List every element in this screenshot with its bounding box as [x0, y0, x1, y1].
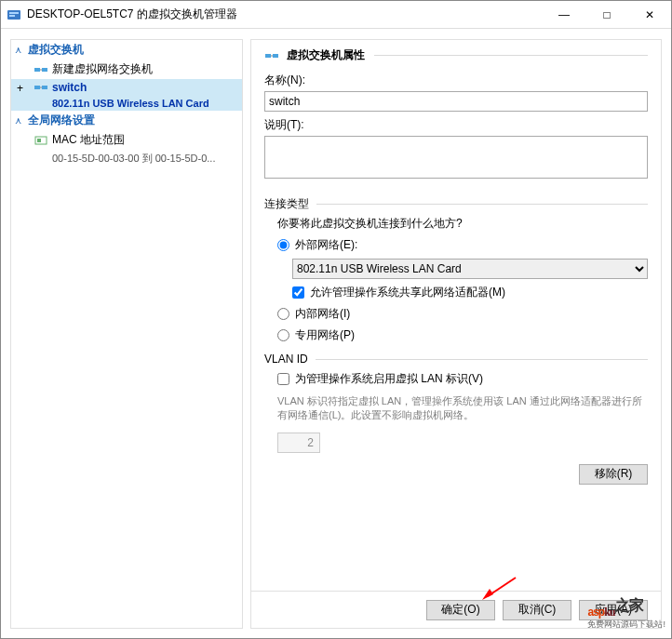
- name-label: 名称(N):: [264, 73, 648, 88]
- radio-external-input[interactable]: [277, 239, 289, 251]
- connection-type-group: 连接类型: [264, 196, 648, 212]
- radio-label: 专用网络(P): [295, 327, 355, 343]
- collapse-icon: ⋏: [15, 115, 24, 126]
- properties-pane: 虚拟交换机属性 名称(N): 说明(T): 连接类型 你要将此虚拟交换机连接到什…: [250, 39, 662, 629]
- cancel-button[interactable]: 取消(C): [503, 600, 571, 620]
- ok-button[interactable]: 确定(O): [426, 600, 495, 620]
- description-label: 说明(T):: [264, 117, 648, 133]
- svg-rect-2: [9, 15, 15, 17]
- expander-icon[interactable]: +: [17, 82, 23, 95]
- tree-item-label: 00-15-5D-00-03-00 到 00-15-5D-0...: [52, 152, 215, 166]
- radio-internal-input[interactable]: [277, 308, 289, 320]
- switch-name-input[interactable]: [264, 91, 648, 112]
- tree-item-label: switch: [52, 81, 87, 94]
- dialog-button-bar: 确定(O) 取消(C) 应用(A): [251, 591, 661, 628]
- tree-item-label: MAC 地址范围: [52, 132, 125, 148]
- tree-item-switch[interactable]: switch: [11, 79, 242, 96]
- properties-title: 虚拟交换机属性: [287, 47, 365, 63]
- maximize-button[interactable]: □: [585, 1, 628, 29]
- svg-rect-3: [34, 68, 40, 72]
- tree-item-label: 新建虚拟网络交换机: [52, 61, 153, 77]
- section-label: 全局网络设置: [28, 113, 95, 128]
- switch-icon: [34, 64, 48, 75]
- switch-icon: [34, 82, 48, 93]
- radio-label: 外部网络(E):: [295, 237, 357, 253]
- radio-label: 内部网络(I): [295, 306, 350, 322]
- nic-icon: [34, 135, 48, 146]
- app-icon: [7, 7, 21, 22]
- minimize-button[interactable]: —: [543, 1, 585, 29]
- checkbox-vlan-input[interactable]: [277, 373, 289, 385]
- radio-internal-network[interactable]: 内部网络(I): [277, 306, 648, 322]
- connection-question: 你要将此虚拟交换机连接到什么地方?: [277, 216, 648, 232]
- checkbox-allow-mgmt[interactable]: 允许管理操作系统共享此网络适配器(M): [292, 285, 648, 300]
- svg-rect-4: [42, 68, 47, 72]
- radio-private-network[interactable]: 专用网络(P): [277, 327, 648, 343]
- apply-button[interactable]: 应用(A): [579, 600, 648, 620]
- vlan-group: VLAN ID: [264, 353, 648, 366]
- radio-private-input[interactable]: [277, 329, 289, 341]
- tree-item-mac-detail[interactable]: 00-15-5D-00-03-00 到 00-15-5D-0...: [11, 150, 242, 167]
- svg-rect-1: [9, 12, 19, 14]
- external-nic-select[interactable]: 802.11n USB Wireless LAN Card: [292, 259, 648, 279]
- properties-header: 虚拟交换机属性: [264, 47, 648, 63]
- tree-item-switch-nic[interactable]: 802.11n USB Wireless LAN Card: [11, 96, 242, 111]
- checkbox-vlan-enable[interactable]: 为管理操作系统启用虚拟 LAN 标识(V): [277, 371, 648, 387]
- switch-description-input[interactable]: [264, 136, 648, 179]
- svg-rect-7: [42, 86, 47, 89]
- svg-rect-11: [265, 54, 271, 58]
- svg-rect-6: [34, 86, 40, 89]
- checkbox-label: 允许管理操作系统共享此网络适配器(M): [310, 285, 505, 300]
- checkbox-label: 为管理操作系统启用虚拟 LAN 标识(V): [295, 371, 483, 387]
- navigation-tree: ⋏ 虚拟交换机 新建虚拟网络交换机 + switch 802.11n USB W…: [10, 39, 243, 629]
- svg-rect-10: [37, 139, 41, 142]
- vlan-id-input: [277, 433, 320, 453]
- collapse-icon: ⋏: [15, 45, 24, 55]
- tree-item-new-switch[interactable]: 新建虚拟网络交换机: [11, 60, 242, 79]
- section-label: 虚拟交换机: [28, 42, 84, 58]
- window-title: DESKTOP-OEL5TC7 的虚拟交换机管理器: [27, 7, 543, 22]
- tree-item-mac-range[interactable]: MAC 地址范围: [11, 130, 242, 150]
- close-button[interactable]: ✕: [628, 1, 671, 29]
- radio-external-network[interactable]: 外部网络(E):: [277, 237, 648, 253]
- tree-section-global[interactable]: ⋏ 全局网络设置: [11, 111, 242, 130]
- remove-button[interactable]: 移除(R): [579, 464, 648, 485]
- switch-icon: [264, 48, 279, 63]
- tree-item-label: 802.11n USB Wireless LAN Card: [52, 98, 209, 109]
- svg-rect-12: [273, 54, 278, 58]
- checkbox-allow-mgmt-input[interactable]: [292, 286, 304, 299]
- vlan-help-text: VLAN 标识符指定虚拟 LAN，管理操作系统使用该 LAN 通过此网络适配器进…: [277, 394, 648, 423]
- tree-section-virtual-switches[interactable]: ⋏ 虚拟交换机: [11, 40, 242, 60]
- title-bar: DESKTOP-OEL5TC7 的虚拟交换机管理器 — □ ✕: [1, 1, 671, 29]
